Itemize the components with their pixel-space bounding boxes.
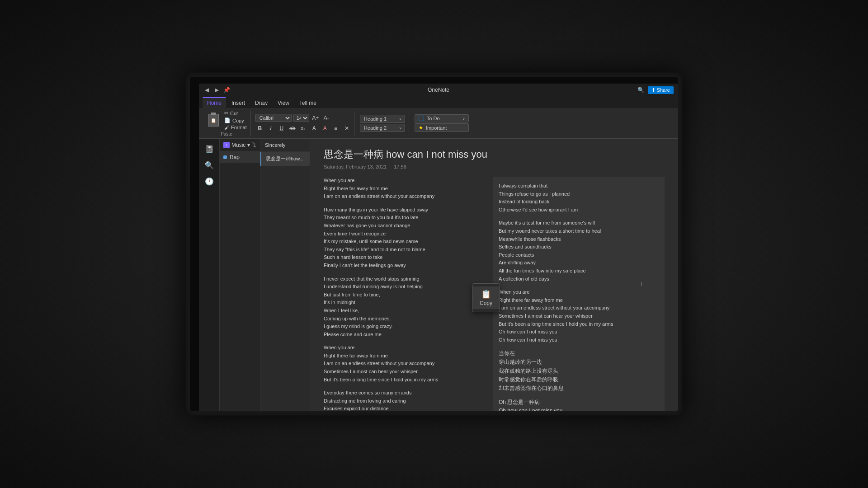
sidebar-nav: 📓 🔍 🕐 [199,139,220,411]
search-nav-icon: 🔍 [205,161,214,169]
cut-button[interactable]: ✂ Cut [223,110,248,117]
ribbon-tabs: Home Insert Draw View Tell me [199,96,678,108]
font-name-row: Calibri 14 A+ A- [255,113,351,122]
tab-home[interactable]: Home [203,97,226,108]
back-button[interactable]: ◀ [203,87,210,93]
context-copy-button[interactable]: 📋 Copy [472,286,500,309]
pages-panel: Sincerely 思念是一种how... [260,139,310,411]
forward-icon: ▶ [215,87,219,93]
left-para-3: I never expect that the world stops spin… [324,275,484,339]
right-para-2: Maybe it's a test for me from someone's … [499,219,659,283]
copy-button[interactable]: 📄 Copy [223,117,248,124]
nav-history-button[interactable]: 🕐 [203,175,216,188]
sort-icon[interactable]: ⇅ [251,141,256,148]
copy-context-icon: 📋 [481,289,491,299]
notebook-panel: ♪ Music ▾ ⇅ Rap [220,139,260,411]
right-para-3: When you areRight there far away from me… [499,288,659,344]
paste-label: Paste [221,131,232,136]
left-para-4: When you areRight there far away from me… [324,344,484,384]
left-para-1: When you areRight there far away from me… [324,177,484,201]
cut-icon: ✂ [224,110,228,116]
font-size-select[interactable]: 14 [293,114,309,122]
todo-tag-button[interactable]: To Do › [415,114,469,122]
doc-text-left: When you areRight there far away from me… [324,177,484,411]
nav-notebooks-button[interactable]: 📓 [203,142,216,155]
font-color-button[interactable]: A [321,124,330,133]
title-bar: ◀ ▶ 📌 OneNote 🔍 ⬆ Share [199,84,678,96]
pin-icon: 📌 [223,87,230,93]
app-title: OneNote [428,87,449,93]
tab-tell-me[interactable]: Tell me [295,98,321,108]
title-bar-left: ◀ ▶ 📌 [203,87,230,93]
back-icon: ◀ [205,87,209,93]
cut-copy-format: ✂ Cut 📄 Copy 🖌 Format [223,110,248,131]
document-area[interactable]: 思念是一种病 how can I not miss you Saturday, … [310,139,678,411]
document-meta: Saturday, February 13, 2021 17:56 [324,164,665,169]
doc-time: 17:56 [394,164,406,169]
todo-chevron-icon: › [463,116,465,121]
highlight-button[interactable]: A [310,124,319,133]
right-para-4: 当你在穿山越岭的另一边我在孤独的路上没有尽头时常感觉你在耳后的呼吸却未曾感觉你在… [499,349,659,393]
underline-button[interactable]: U [277,124,286,133]
format-button[interactable]: 🖌 Format [223,124,248,131]
increase-font-button[interactable]: A+ [311,113,320,122]
left-para-5: Everyday there comes so many errandsDist… [324,389,484,411]
page-miss-you[interactable]: 思念是一种how... [260,152,310,166]
heading2-chevron-icon: › [399,125,401,131]
screen-bezel: ◀ ▶ 📌 OneNote 🔍 ⬆ Share Home [190,77,678,411]
left-para-2: How many things in your life have slippe… [324,206,484,270]
strikethrough-button[interactable]: ab [288,124,297,133]
heading2-button[interactable]: Heading 2 › [360,124,405,132]
onenote-window: ◀ ▶ 📌 OneNote 🔍 ⬆ Share Home [199,84,678,411]
cursor-indicator: I [641,282,642,287]
notebook-chevron-icon: ▾ [247,142,250,148]
bold-button[interactable]: B [255,124,264,133]
history-icon: 🕐 [205,177,214,186]
tags-section: To Do › ★ Important [411,111,472,136]
star-icon: ★ [419,125,423,131]
subscript-button[interactable]: x₂ [299,124,308,133]
font-section: Calibri 14 A+ A- B I U ab x₂ [253,111,354,136]
right-para-1: I always complain thatThings refuse to g… [499,182,659,214]
tab-insert[interactable]: Insert [227,98,250,108]
main-area: 📓 🔍 🕐 ♪ Music ▾ [199,139,678,411]
format-icon: 🖌 [224,125,229,130]
search-button[interactable]: 🔍 [638,87,644,93]
italic-button[interactable]: I [266,124,275,133]
doc-date: Saturday, February 13, 2021 [324,164,387,169]
nav-search-button[interactable]: 🔍 [203,159,216,171]
format-buttons-row: B I U ab x₂ A A ≡ ✕ [255,124,351,133]
monitor: ◀ ▶ 📌 OneNote 🔍 ⬆ Share Home [185,72,683,416]
page-sincerely[interactable]: Sincerely [260,139,310,152]
clear-format-button[interactable]: ✕ [342,124,351,133]
notebook-color-icon: ♪ [223,142,230,148]
title-bar-right: 🔍 ⬆ Share [638,86,674,94]
doc-text-right: I always complain thatThings refuse to g… [499,182,659,411]
tab-draw[interactable]: Draw [250,98,272,108]
section-rap[interactable]: Rap [220,151,260,163]
clipboard-section: 📋 ✂ Cut 📄 Copy 🖌 [203,111,251,136]
notebook-icon: 📓 [205,145,214,153]
forward-button[interactable]: ▶ [213,87,220,93]
notebook-title[interactable]: ♪ Music ▾ [223,142,250,148]
section-dot-rap [223,155,227,159]
decrease-font-button[interactable]: A- [322,113,331,122]
important-tag-button[interactable]: ★ Important [415,123,469,132]
pin-button[interactable]: 📌 [223,87,230,93]
heading1-button[interactable]: Heading 1 › [360,115,405,123]
paste-button[interactable]: 📋 [205,112,222,128]
doc-left-column: When you areRight there far away from me… [324,177,484,411]
context-menu: 📋 Copy [472,283,500,312]
right-para-5: Oh 思念是一种病Oh how can I not miss youMissin… [499,398,659,411]
align-button[interactable]: ≡ [331,124,340,133]
font-name-select[interactable]: Calibri [255,114,292,122]
doc-right-column: I always complain thatThings refuse to g… [493,177,665,411]
share-button[interactable]: ⬆ Share [648,86,674,94]
copy-icon: 📄 [224,117,231,123]
document-title: 思念是一种病 how can I not miss you [324,148,665,161]
tab-view[interactable]: View [273,98,294,108]
ribbon-toolbar: 📋 ✂ Cut 📄 Copy 🖌 [199,108,678,139]
heading1-chevron-icon: › [399,116,401,122]
notebook-header: ♪ Music ▾ ⇅ [220,139,260,151]
todo-icon [419,116,424,121]
